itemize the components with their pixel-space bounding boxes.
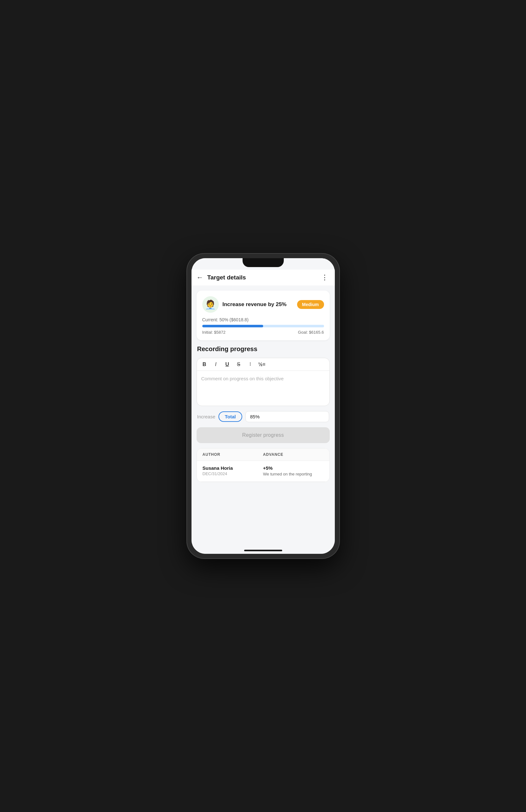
target-header: 🧑‍💼 Increase revenue by 25% Medium [202,296,324,313]
strikethrough-button[interactable]: S [236,362,242,367]
progress-values: Initial: $5872 Goal: $6165.6 [202,330,324,335]
progress-bar-fill [202,325,263,327]
underline-button[interactable]: U [224,362,231,367]
advance-cell: +5% We turned on the reporting [263,465,324,477]
priority-badge: Medium [297,300,324,309]
editor-toolbar: B I U S ∶ ½≡ [197,358,330,371]
history-header: AUTHOR ADVANCE [197,449,330,461]
total-button[interactable]: Total [218,411,242,422]
bullet-list-button[interactable]: ∶ [247,361,253,367]
initial-value: Initial: $5872 [202,330,226,335]
progress-section: Current: 50% ($6018.8) Initial: $5872 Go… [202,317,324,335]
register-progress-button[interactable]: Register progress [196,427,330,443]
editor-placeholder: Comment on progress on this objective [201,376,284,381]
page-title: Target details [207,274,246,281]
table-row: Susana Horia DEC/31/2024 +5% We turned o… [197,461,330,482]
app-header: ← Target details ⋮ [191,270,335,286]
target-title: Increase revenue by 25% [222,301,287,308]
italic-button[interactable]: I [213,362,219,367]
progress-controls: Increase Total [196,411,330,422]
author-column-header: AUTHOR [203,452,263,457]
notch [243,258,284,267]
recording-section-title: Recording progress [196,345,330,353]
header-left: ← Target details [196,273,246,282]
home-indicator [244,550,282,551]
target-card: 🧑‍💼 Increase revenue by 25% Medium Curre… [196,291,330,340]
avatar: 🧑‍💼 [202,296,219,313]
percent-input[interactable] [245,411,329,422]
author-name: Susana Horia [203,465,263,471]
progress-bar-background [202,325,324,327]
numbered-list-button[interactable]: ½≡ [259,362,266,367]
editor-body[interactable]: Comment on progress on this objective [197,371,330,406]
back-button[interactable]: ← [196,273,204,282]
phone-frame: ← Target details ⋮ 🧑‍💼 Increase revenue … [187,254,339,558]
progress-label: Current: 50% ($6018.8) [202,317,324,322]
editor-card: B I U S ∶ ½≡ Comment on progress on this… [196,358,330,406]
main-content: 🧑‍💼 Increase revenue by 25% Medium Curre… [191,286,335,547]
advance-column-header: ADVANCE [263,452,324,457]
advance-note: We turned on the reporting [263,472,324,477]
increase-label: Increase [197,414,216,419]
goal-value: Goal: $6165.6 [298,330,324,335]
author-cell: Susana Horia DEC/31/2024 [203,465,263,476]
history-table: AUTHOR ADVANCE Susana Horia DEC/31/2024 … [196,448,330,482]
bold-button[interactable]: B [201,362,208,367]
screen: ← Target details ⋮ 🧑‍💼 Increase revenue … [191,258,335,554]
more-button[interactable]: ⋮ [321,273,328,282]
target-info: 🧑‍💼 Increase revenue by 25% [202,296,287,313]
advance-percent: +5% [263,465,324,471]
phone-screen: ← Target details ⋮ 🧑‍💼 Increase revenue … [191,258,335,554]
author-date: DEC/31/2024 [203,472,263,476]
